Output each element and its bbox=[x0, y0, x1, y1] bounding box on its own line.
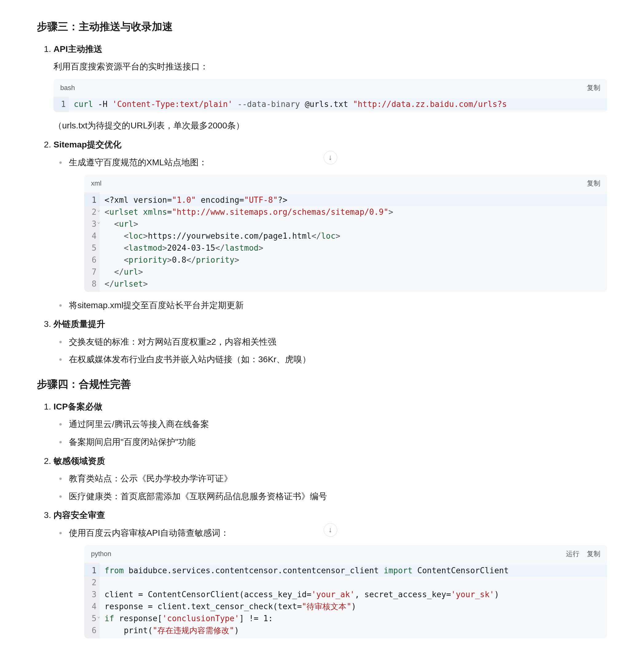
code-lang-label: xml bbox=[91, 177, 102, 189]
code-block-bash: bash 复制 1 curl -H 'Content-Type:text/pla… bbox=[54, 79, 607, 112]
step4-item2-title: 敏感领域资质 bbox=[54, 456, 105, 466]
code-block-python: python 运行 复制 12345⌄6 from baidubce.servi… bbox=[84, 545, 607, 638]
step4-item3-sub1: 使用百度云内容审核API自动筛查敏感词： bbox=[69, 528, 229, 537]
step3-item3-sub1: 交换友链的标准：对方网站百度权重≥2，内容相关性强 bbox=[69, 337, 276, 347]
step3-item3-title: 外链质量提升 bbox=[54, 319, 105, 329]
step3-item3-sub2: 在权威媒体发布行业白皮书并嵌入站内链接（如：36Kr、虎嗅） bbox=[69, 355, 311, 364]
step4-title: 步骤四：合规性完善 bbox=[37, 375, 607, 393]
step4-item3-title: 内容安全审查 bbox=[54, 510, 105, 520]
code-lang-label: bash bbox=[60, 82, 75, 93]
step3-list: API主动推送 利用百度搜索资源平台的实时推送接口： bash 复制 1 cur… bbox=[37, 42, 607, 367]
code-block-xml: xml 复制 12⌄3⌄45678 <?xml version="1.0" en… bbox=[84, 174, 607, 292]
copy-button[interactable]: 复制 bbox=[587, 82, 600, 93]
step4-item1-title: ICP备案必做 bbox=[54, 402, 103, 411]
step3-item1-desc: 利用百度搜索资源平台的实时推送接口： bbox=[54, 59, 607, 74]
step3-item2-sub2: 将sitemap.xml提交至百度站长平台并定期更新 bbox=[69, 300, 244, 310]
step4-item1-sub1: 通过阿里云/腾讯云等接入商在线备案 bbox=[69, 419, 209, 429]
step4-list: ICP备案必做 通过阿里云/腾讯云等接入商在线备案 备案期间启用"百度闭站保护"… bbox=[37, 400, 607, 638]
step4-item2-sub2: 医疗健康类：首页底部需添加《互联网药品信息服务资格证书》编号 bbox=[69, 492, 327, 501]
step3-item1-title: API主动推送 bbox=[54, 44, 103, 54]
step3-title: 步骤三：主动推送与收录加速 bbox=[37, 18, 607, 35]
step3-item2-sub1: 生成遵守百度规范的XML站点地图： bbox=[69, 158, 207, 167]
step4-item2-sub1: 教育类站点：公示《民办学校办学许可证》 bbox=[69, 474, 233, 483]
run-button[interactable]: 运行 bbox=[566, 548, 579, 560]
code-content: from baidubce.services.contentcensor.con… bbox=[100, 563, 607, 638]
step3-item1-note: （urls.txt为待提交的URL列表，单次最多2000条） bbox=[54, 118, 607, 133]
copy-button[interactable]: 复制 bbox=[587, 548, 600, 560]
code-content: curl -H 'Content-Type:text/plain' --data… bbox=[69, 96, 607, 112]
step4-item1-sub2: 备案期间启用"百度闭站保护"功能 bbox=[69, 437, 195, 447]
copy-button[interactable]: 复制 bbox=[587, 177, 600, 189]
code-content: <?xml version="1.0" encoding="UTF-8"?><u… bbox=[100, 192, 607, 292]
code-lang-label: python bbox=[91, 548, 111, 560]
step3-item2-title: Sitemap提交优化 bbox=[54, 140, 121, 149]
